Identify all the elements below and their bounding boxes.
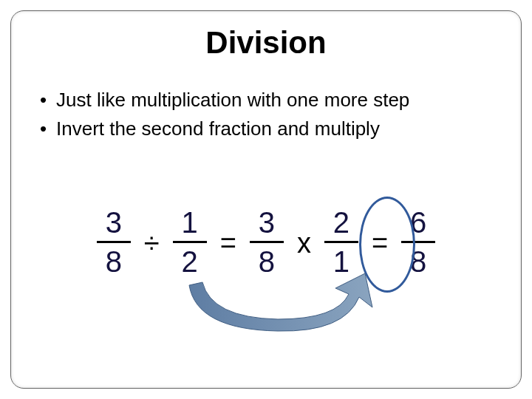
- fraction-bar: [173, 241, 207, 243]
- slide-frame: [10, 10, 522, 389]
- slide: Division •Just like multiplication with …: [0, 0, 532, 399]
- fraction-1: 3 8: [97, 207, 131, 277]
- operator-divide: ÷: [144, 225, 160, 259]
- bullet-item: •Just like multiplication with one more …: [40, 89, 502, 112]
- denominator: 8: [256, 246, 278, 277]
- highlight-ellipse: [359, 197, 415, 293]
- fraction-2: 1 2: [173, 207, 207, 277]
- bullet-text: Just like multiplication with one more s…: [56, 89, 409, 111]
- bullet-item: •Invert the second fraction and multiply: [40, 117, 502, 140]
- numerator: 3: [103, 207, 125, 238]
- fraction-4: 2 1: [324, 207, 358, 277]
- operator-multiply: x: [297, 225, 311, 259]
- equation-row: 3 8 ÷ 1 2 = 3 8 x 2 1 = 6 8: [0, 207, 532, 277]
- slide-title: Division: [0, 25, 532, 61]
- bullet-list: •Just like multiplication with one more …: [40, 89, 502, 146]
- bullet-dot: •: [40, 89, 56, 112]
- fraction-bar: [97, 241, 131, 243]
- denominator: 1: [330, 246, 352, 277]
- fraction-bar: [250, 241, 284, 243]
- denominator: 8: [103, 246, 125, 277]
- operator-equals: =: [220, 225, 236, 259]
- fraction-3: 3 8: [250, 207, 284, 277]
- fraction-bar: [324, 241, 358, 243]
- numerator: 1: [179, 207, 201, 238]
- numerator: 3: [256, 207, 278, 238]
- numerator: 2: [330, 207, 352, 238]
- bullet-text: Invert the second fraction and multiply: [56, 117, 380, 140]
- bullet-dot: •: [40, 117, 56, 140]
- denominator: 2: [179, 246, 201, 277]
